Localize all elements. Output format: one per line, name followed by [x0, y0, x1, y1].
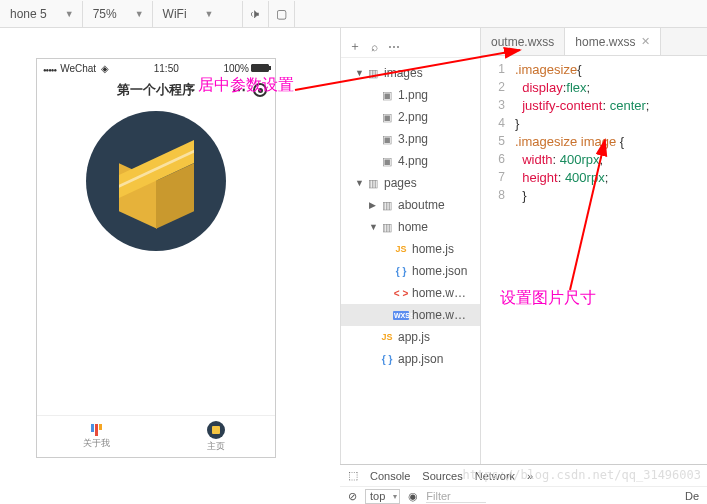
tree-item[interactable]: ▶▥aboutme [341, 194, 480, 216]
tree-item[interactable]: ▣3.png [341, 128, 480, 150]
tree-item[interactable]: ▼▥home [341, 216, 480, 238]
wxss-icon: WXSS [393, 311, 409, 320]
close-icon[interactable]: ✕ [641, 35, 650, 48]
signal-icon [43, 63, 56, 74]
home-icon [207, 421, 225, 439]
tree-item[interactable]: ▼▥images [341, 62, 480, 84]
page-content [37, 103, 275, 415]
file-name: 3.png [398, 132, 428, 146]
carrier-label: WeChat [60, 63, 96, 74]
tree-item[interactable]: < >home.w… [341, 282, 480, 304]
chevron-down-icon: ▼ [205, 9, 214, 19]
top-toolbar: hone 5▼ 75%▼ WiFi▼ 🕩 ▢ [0, 0, 707, 28]
file-name: 2.png [398, 110, 428, 124]
editor-tab[interactable]: home.wxss✕ [565, 28, 661, 55]
devtools-tab[interactable]: Console [370, 470, 410, 482]
file-name: home.w… [412, 308, 466, 322]
json-icon: { } [379, 354, 395, 365]
file-tree: ▼▥images▣1.png▣2.png▣3.png▣4.png▼▥pages▶… [341, 58, 480, 374]
file-name: 1.png [398, 88, 428, 102]
file-name: 4.png [398, 154, 428, 168]
tree-item[interactable]: ▣1.png [341, 84, 480, 106]
tree-item[interactable]: { }home.json [341, 260, 480, 282]
file-name: pages [384, 176, 417, 190]
battery-pct: 100% [223, 63, 249, 74]
tree-item[interactable]: WXSShome.w… [341, 304, 480, 326]
file-tree-pane: ＋ ⌕ ⋯ ▼▥images▣1.png▣2.png▣3.png▣4.png▼▥… [340, 28, 480, 504]
tab-label: 关于我 [83, 437, 110, 450]
file-name: app.json [398, 352, 443, 366]
eye-icon[interactable]: ◉ [408, 490, 418, 503]
img-icon: ▣ [379, 111, 395, 124]
phone-frame: WeChat ◈ 11:50 100% 第一个小程序 ⋯ [36, 58, 276, 458]
file-name: home [398, 220, 428, 234]
js-icon: JS [393, 244, 409, 254]
file-name: home.w… [412, 286, 466, 300]
chevron-down-icon: ▼ [135, 9, 144, 19]
clear-icon[interactable]: ⊘ [348, 490, 357, 503]
wxml-icon: < > [393, 288, 409, 299]
editor-tabs: outme.wxss home.wxss✕ [481, 28, 707, 56]
folder-icon: ▥ [365, 67, 381, 80]
js-icon: JS [379, 332, 395, 342]
bars-icon [91, 424, 102, 436]
editor-tab[interactable]: outme.wxss [481, 28, 565, 55]
file-name: home.js [412, 242, 454, 256]
page-title: 第一个小程序 [117, 81, 195, 99]
file-name: images [384, 66, 423, 80]
code-editor[interactable]: 1.imagesize{ 2 display:flex; 3 justify-c… [481, 56, 707, 482]
filter-input[interactable]: Filter [426, 490, 486, 503]
img-icon: ▣ [379, 155, 395, 168]
mute-icon[interactable]: 🕩 [243, 1, 269, 27]
tree-toolbar: ＋ ⌕ ⋯ [341, 36, 480, 58]
tree-item[interactable]: ▼▥pages [341, 172, 480, 194]
img-icon: ▣ [379, 133, 395, 146]
file-name: home.json [412, 264, 467, 278]
inspect-icon[interactable]: ⬚ [348, 469, 358, 482]
tree-item[interactable]: JShome.js [341, 238, 480, 260]
clock: 11:50 [109, 63, 223, 74]
wifi-icon: ◈ [101, 63, 109, 74]
tab-about[interactable]: 关于我 [37, 416, 156, 457]
folder-icon: ▥ [365, 177, 381, 190]
folder-icon: ▥ [379, 199, 395, 212]
tree-item[interactable]: { }app.json [341, 348, 480, 370]
zoom-select[interactable]: 75%▼ [83, 1, 153, 27]
network-select[interactable]: WiFi▼ [153, 1, 243, 27]
scope-select[interactable]: top [365, 489, 400, 504]
simulator-pane: WeChat ◈ 11:50 100% 第一个小程序 ⋯ [0, 28, 340, 504]
tree-item[interactable]: ▣2.png [341, 106, 480, 128]
tab-bar: 关于我 主页 [37, 415, 275, 457]
rotate-icon[interactable]: ▢ [269, 1, 295, 27]
more-icon[interactable]: ⋯ [388, 40, 400, 54]
search-icon[interactable]: ⌕ [371, 40, 378, 54]
annotation-center: 居中参数设置 [198, 75, 294, 96]
tab-label: 主页 [207, 440, 225, 453]
battery-icon [251, 64, 269, 72]
tab-home[interactable]: 主页 [156, 416, 275, 457]
img-icon: ▣ [379, 89, 395, 102]
devtools-tab[interactable]: Sources [422, 470, 462, 482]
image-circle [86, 111, 226, 251]
json-icon: { } [393, 266, 409, 277]
box-icon [119, 144, 194, 219]
add-icon[interactable]: ＋ [349, 38, 361, 55]
editor-pane: outme.wxss home.wxss✕ 1.imagesize{ 2 dis… [480, 28, 707, 504]
file-name: app.js [398, 330, 430, 344]
device-select[interactable]: hone 5▼ [0, 1, 83, 27]
extra-label: De [685, 490, 699, 502]
watermark: https://blog.csdn.net/qq_31496003 [463, 468, 701, 482]
folder-icon: ▥ [379, 221, 395, 234]
annotation-size: 设置图片尺寸 [500, 288, 596, 309]
tree-item[interactable]: JSapp.js [341, 326, 480, 348]
tree-item[interactable]: ▣4.png [341, 150, 480, 172]
file-name: aboutme [398, 198, 445, 212]
chevron-down-icon: ▼ [65, 9, 74, 19]
